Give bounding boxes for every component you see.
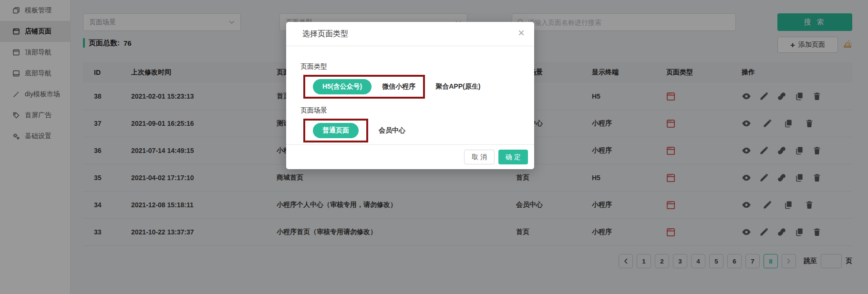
annotation-box: H5(含公众号) 微信小程序 (303, 75, 425, 99)
option-normal-page[interactable]: 普通页面 (313, 123, 359, 138)
page-type-options: H5(含公众号) 微信小程序 聚合APP(原生) (300, 75, 520, 99)
page-type-label: 页面类型 (300, 62, 520, 71)
page-scene-label: 页面场景 (300, 106, 520, 115)
modal-header: 选择页面类型 × (286, 22, 534, 46)
cancel-button[interactable]: 取 消 (464, 150, 495, 164)
option-h5[interactable]: H5(含公众号) (313, 79, 372, 94)
select-page-type-modal: 选择页面类型 × 页面类型 H5(含公众号) 微信小程序 聚合APP(原生) 页… (286, 22, 534, 169)
modal-title: 选择页面类型 (302, 29, 348, 39)
confirm-button[interactable]: 确 定 (498, 150, 528, 164)
option-member-center[interactable]: 会员中心 (379, 126, 405, 135)
modal-body: 页面类型 H5(含公众号) 微信小程序 聚合APP(原生) 页面场景 普通页面 … (286, 46, 534, 142)
page-scene-options: 普通页面 会员中心 (300, 119, 520, 142)
page-root: 模板管理 店铺页面 顶部导航 底部导航 diy模板市场 首屏广告 基础设置 页面… (0, 0, 868, 294)
option-native-app[interactable]: 聚合APP(原生) (435, 82, 480, 91)
option-wechat-miniprogram[interactable]: 微信小程序 (382, 82, 415, 91)
modal-footer: 取 消 确 定 (286, 144, 534, 169)
annotation-box: 普通页面 (303, 119, 368, 142)
close-icon[interactable]: × (518, 27, 525, 39)
